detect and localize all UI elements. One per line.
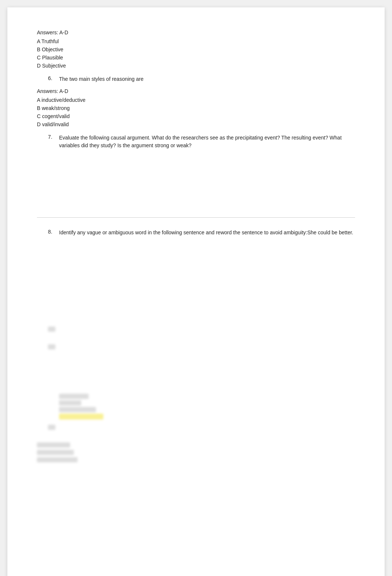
answer-space-8b bbox=[37, 293, 355, 323]
question-6-number: 6. bbox=[48, 75, 59, 83]
answer-letter: D bbox=[37, 63, 42, 69]
answer-text: weak/strong bbox=[42, 105, 69, 111]
answer-text: Plausible bbox=[42, 55, 63, 61]
answer-text: Objective bbox=[42, 46, 63, 52]
answer-option-C2: C cogent/valid bbox=[37, 113, 355, 119]
answer-text: Truthful bbox=[41, 38, 59, 44]
question-8-item: 8. Identify any vague or ambiguous word … bbox=[37, 229, 355, 237]
answers-label-2: Answers: A-D bbox=[37, 88, 355, 94]
page: Answers: A-D A Truthful B Objective C Pl… bbox=[7, 7, 385, 576]
question-7-text: Evaluate the following causal argument. … bbox=[59, 134, 355, 149]
answer-option-A2: A inductive/deductive bbox=[37, 97, 355, 103]
question-6-text: The two main styles of reasoning are bbox=[59, 75, 144, 83]
answer-option-D1: D Subjective bbox=[37, 63, 355, 69]
answer-space-8 bbox=[37, 242, 355, 293]
answer-letter: B bbox=[37, 105, 42, 111]
answer-option-B2: B weak/strong bbox=[37, 105, 355, 111]
blurred-q11 bbox=[37, 425, 355, 439]
answer-option-C1: C Plausible bbox=[37, 55, 355, 61]
blurred-answers-block bbox=[37, 442, 355, 462]
answer-letter: C bbox=[37, 113, 42, 119]
answer-text: valid/invalid bbox=[42, 121, 69, 127]
answer-text: Subjective bbox=[42, 63, 66, 69]
answer-option-D2: D valid/invalid bbox=[37, 121, 355, 127]
answer-option-A1: A Truthful bbox=[37, 38, 355, 44]
answer-text: cogent/valid bbox=[42, 113, 70, 119]
question-7-item: 7. Evaluate the following causal argumen… bbox=[37, 134, 355, 149]
answer-letter: B bbox=[37, 46, 42, 52]
question-8-number: 8. bbox=[48, 229, 59, 237]
answers-section-1: Answers: A-D A Truthful B Objective C Pl… bbox=[37, 30, 355, 69]
question-7-number: 7. bbox=[48, 134, 59, 149]
answer-letter: C bbox=[37, 55, 42, 61]
answer-option-B1: B Objective bbox=[37, 46, 355, 52]
divider-1 bbox=[37, 217, 355, 218]
blurred-q9 bbox=[37, 327, 355, 341]
blurred-q10 bbox=[37, 344, 355, 421]
blurred-content bbox=[37, 327, 355, 462]
question-6-item: 6. The two main styles of reasoning are bbox=[37, 75, 355, 83]
answer-letter: D bbox=[37, 121, 42, 127]
answers-label-1: Answers: A-D bbox=[37, 30, 355, 35]
highlight-yellow bbox=[59, 414, 103, 420]
answer-letter: A bbox=[37, 38, 41, 44]
answers-section-2: Answers: A-D A inductive/deductive B wea… bbox=[37, 88, 355, 127]
answer-text: inductive/deductive bbox=[41, 97, 85, 103]
answer-space-7 bbox=[37, 155, 355, 206]
answer-letter: A bbox=[37, 97, 41, 103]
question-8-text: Identify any vague or ambiguous word in … bbox=[59, 229, 353, 237]
